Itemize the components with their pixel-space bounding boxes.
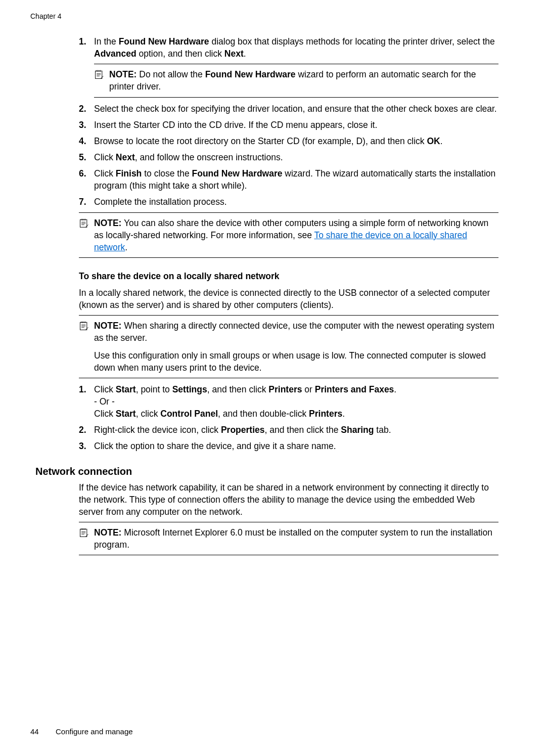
step-b2: 2. Right-click the device icon, click Pr…: [79, 424, 498, 436]
step-number: 1.: [79, 383, 94, 420]
step-number: 6.: [79, 167, 94, 192]
text-run: Click: [94, 384, 116, 394]
step-body: Click Next, and follow the onscreen inst…: [94, 151, 498, 163]
text-run: .: [125, 242, 127, 252]
step-b3: 3. Click the option to share the device,…: [79, 440, 498, 452]
steps-list-a: 1. In the Found New Hardware dialog box …: [79, 35, 498, 60]
step-body: Browse to locate the root directory on t…: [94, 135, 498, 147]
text-run: Do not allow the: [136, 69, 205, 79]
text-bold: Advanced: [94, 49, 136, 59]
text-run: option, and then click: [136, 49, 224, 59]
text-bold: Sharing: [341, 425, 374, 435]
note-icon: [79, 320, 94, 374]
step-number: 5.: [79, 151, 94, 163]
step-body: Right-click the device icon, click Prope…: [94, 424, 498, 436]
text-run: , and follow the onscreen instructions.: [135, 152, 283, 162]
step-number: 3.: [79, 119, 94, 131]
step-body: Click Finish to close the Found New Hard…: [94, 167, 498, 192]
note-body: NOTE: Do not allow the Found New Hardwar…: [109, 68, 498, 93]
text-run: In the: [94, 36, 119, 47]
main-content: 1. In the Found New Hardware dialog box …: [79, 35, 498, 453]
text-run: Right-click the device icon, click: [94, 425, 221, 435]
note-icon: [94, 68, 109, 93]
text-bold: Next: [116, 152, 135, 162]
text-run: .: [394, 384, 396, 394]
text-run: .: [244, 49, 246, 59]
text-bold: Control Panel: [160, 409, 218, 419]
text-run: , click: [136, 409, 161, 419]
text-run: Microsoft Internet Explorer 6.0 must be …: [94, 527, 492, 550]
text-bold: OK: [427, 136, 440, 146]
note-label: NOTE:: [94, 321, 121, 331]
step-7: 7. Complete the installation process.: [79, 196, 498, 208]
note-label: NOTE:: [94, 527, 121, 538]
step-6: 6. Click Finish to close the Found New H…: [79, 167, 498, 192]
text-run: dialog box that displays methods for loc…: [209, 36, 495, 47]
note-body: NOTE: When sharing a directly connected …: [94, 320, 498, 374]
step-2: 2. Select the check box for specifying t…: [79, 103, 498, 115]
text-bold: Found New Hardware: [205, 69, 296, 79]
step-number: 7.: [79, 196, 94, 208]
page-number: 44: [30, 727, 56, 736]
step-body: In the Found New Hardware dialog box tha…: [94, 35, 498, 60]
step-4: 4. Browse to locate the root directory o…: [79, 135, 498, 147]
text-bold: Found New Hardware: [192, 168, 283, 179]
text-run: , and then double-click: [218, 409, 309, 419]
step-number: 1.: [79, 35, 94, 60]
note-label: NOTE:: [94, 218, 121, 228]
note-box-3: NOTE: When sharing a directly connected …: [79, 315, 498, 378]
note-body: NOTE: You can also share the device with…: [94, 217, 498, 253]
note-icon: [79, 526, 94, 551]
section-paragraph: If the device has network capability, it…: [79, 481, 498, 518]
text-run: or: [302, 384, 314, 394]
text-run: .: [440, 136, 443, 146]
note-body: NOTE: Microsoft Internet Explorer 6.0 mu…: [94, 526, 498, 551]
text-bold: Printers: [268, 384, 302, 394]
step-number: 4.: [79, 135, 94, 147]
note-box-2: NOTE: You can also share the device with…: [79, 212, 498, 258]
text-run: to close the: [142, 168, 192, 179]
text-bold: Properties: [221, 425, 265, 435]
text-run: Click: [94, 152, 116, 162]
step-body: Insert the Starter CD into the CD drive.…: [94, 119, 498, 131]
or-separator: - Or -: [94, 396, 115, 407]
step-body: Complete the installation process.: [94, 196, 498, 208]
text-run: tab.: [374, 425, 391, 435]
note-box-4: NOTE: Microsoft Internet Explorer 6.0 mu…: [79, 522, 498, 555]
step-b1: 1. Click Start, point to Settings, and t…: [79, 383, 498, 420]
note-box-1: NOTE: Do not allow the Found New Hardwar…: [94, 64, 498, 97]
text-run: , and then click: [207, 384, 269, 394]
step-5: 5. Click Next, and follow the onscreen i…: [79, 151, 498, 163]
step-body: Select the check box for specifying the …: [94, 103, 498, 115]
step-body: Click Start, point to Settings, and then…: [94, 383, 498, 420]
text-bold: Finish: [116, 168, 142, 179]
text-run: , point to: [136, 384, 172, 394]
steps-list-a-cont: 2. Select the check box for specifying t…: [79, 103, 498, 208]
text-bold: Start: [116, 384, 136, 394]
footer-title: Configure and manage: [56, 727, 133, 736]
note-icon: [79, 217, 94, 253]
note-label: NOTE:: [109, 69, 136, 79]
page-footer: 44Configure and manage: [30, 727, 133, 736]
step-number: 3.: [79, 440, 94, 452]
page-root: Chapter 4 1. In the Found New Hardware d…: [0, 0, 546, 756]
steps-list-b: 1. Click Start, point to Settings, and t…: [79, 383, 498, 453]
text-run: Browse to locate the root directory on t…: [94, 136, 427, 146]
text-bold: Printers: [309, 409, 342, 419]
step-3: 3. Insert the Starter CD into the CD dri…: [79, 119, 498, 131]
text-bold: Settings: [172, 384, 207, 394]
text-bold: Start: [116, 409, 136, 419]
text-bold: Found New Hardware: [119, 36, 209, 47]
note-paragraph-1: NOTE: When sharing a directly connected …: [94, 320, 498, 344]
step-1: 1. In the Found New Hardware dialog box …: [79, 35, 498, 60]
text-bold: Printers and Faxes: [315, 384, 394, 394]
subsection-heading: To share the device on a locally shared …: [79, 271, 498, 282]
text-run: , and then click the: [264, 425, 341, 435]
network-section: Network connection If the device has net…: [35, 466, 516, 556]
step-number: 2.: [79, 103, 94, 115]
step-number: 2.: [79, 424, 94, 436]
text-run: .: [342, 409, 345, 419]
step-body: Click the option to share the device, an…: [94, 440, 498, 452]
subsection-paragraph: In a locally shared network, the device …: [79, 287, 498, 311]
text-run: Click: [94, 168, 116, 179]
